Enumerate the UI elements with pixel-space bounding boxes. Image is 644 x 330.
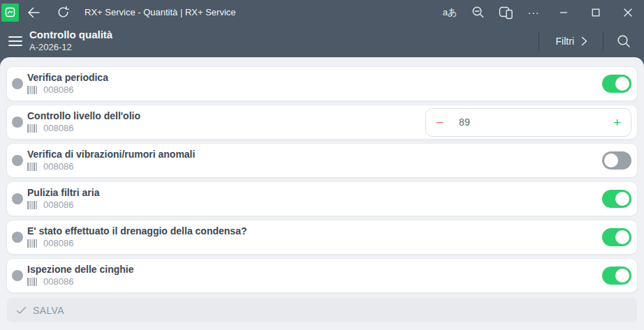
back-button[interactable] [19, 0, 48, 24]
barcode-icon [27, 239, 39, 248]
toggle-knob [615, 230, 629, 244]
search-button[interactable] [603, 24, 644, 57]
maximize-icon [592, 8, 600, 17]
save-button[interactable]: SALVA [7, 298, 637, 322]
checklist-item: Verifica di vibrazioni/rumori anomali 00… [6, 143, 638, 178]
hamburger-icon [8, 36, 22, 38]
item-label: Controllo livello dell'olio [27, 110, 425, 123]
status-bullet-icon [12, 232, 23, 243]
checklist-item: Verifica periodica 008086 [6, 66, 638, 101]
checklist-item: E' stato effettuato il drenaggio della c… [6, 220, 638, 255]
barcode-icon [27, 278, 39, 286]
translate-button[interactable]: aあ [436, 0, 464, 24]
item-code: 008086 [43, 123, 73, 134]
item-label: Verifica periodica [27, 72, 602, 84]
item-code: 008086 [43, 84, 73, 96]
item-code: 008086 [43, 276, 73, 287]
zoom-out-button[interactable] [464, 0, 492, 24]
window-title: RX+ Service - Quantità | RX+ Service [85, 7, 436, 17]
menu-button[interactable] [0, 24, 31, 57]
page-title: Controllo qualità [29, 29, 539, 42]
filters-button[interactable]: Filtri [539, 24, 603, 57]
quantity-stepper[interactable]: −89+ [425, 108, 631, 137]
page-header: Controllo qualità A-2026-12 [29, 29, 539, 53]
browser-titlebar: RX+ Service - Quantità | RX+ Service aあ … [0, 0, 644, 24]
checklist-item: Controllo livello dell'olio 008086 −89+ [6, 105, 638, 140]
chevron-right-icon [581, 36, 587, 46]
refresh-button[interactable] [48, 0, 78, 24]
content-area: Verifica periodica 008086 Controllo live… [0, 57, 644, 330]
minimize-icon [559, 8, 568, 17]
search-icon [617, 34, 631, 48]
status-bullet-icon [12, 155, 23, 166]
minimize-button[interactable] [548, 0, 580, 24]
close-icon [624, 8, 632, 17]
decrement-button[interactable]: − [436, 116, 444, 129]
toggle-switch[interactable] [602, 267, 631, 285]
zoom-out-icon [471, 6, 485, 19]
toggle-knob [615, 192, 629, 206]
toggle-switch[interactable] [602, 228, 631, 246]
barcode-icon [27, 124, 39, 133]
quantity-value[interactable]: 89 [459, 117, 470, 128]
status-bullet-icon [12, 78, 23, 89]
device-preview-button[interactable] [492, 0, 520, 24]
close-button[interactable] [612, 0, 644, 24]
translate-icon: aあ [443, 6, 458, 19]
checklist-item: Pulizia filtri aria 008086 [6, 181, 638, 216]
app-header: Controllo qualità A-2026-12 Filtri [0, 24, 644, 57]
more-options-icon: ··· [528, 7, 540, 18]
barcode-icon [27, 201, 39, 209]
toggle-knob [615, 269, 629, 283]
check-icon [16, 306, 27, 315]
maximize-button[interactable] [580, 0, 612, 24]
save-label: SALVA [33, 305, 64, 316]
item-label: E' stato effettuato il drenaggio della c… [27, 225, 602, 238]
barcode-icon [27, 163, 39, 171]
more-options-button[interactable]: ··· [520, 0, 548, 24]
app-logo-icon [1, 3, 19, 22]
item-label: Ispezione delle cinghie [27, 264, 602, 276]
toggle-knob [604, 153, 618, 167]
toggle-switch[interactable] [602, 151, 631, 170]
item-code: 008086 [43, 238, 73, 249]
toggle-switch[interactable] [602, 190, 631, 208]
checklist: Verifica periodica 008086 Controllo live… [0, 66, 644, 293]
status-bullet-icon [12, 193, 23, 204]
item-code: 008086 [43, 200, 73, 211]
toggle-knob [615, 77, 629, 91]
device-preview-icon [499, 6, 513, 20]
item-label: Pulizia filtri aria [27, 187, 602, 200]
filters-label: Filtri [556, 36, 574, 47]
checklist-item: Ispezione delle cinghie 008086 [6, 258, 638, 293]
status-bullet-icon [12, 117, 23, 128]
item-code: 008086 [43, 161, 73, 172]
toggle-switch[interactable] [602, 75, 631, 93]
increment-button[interactable]: + [613, 116, 621, 129]
item-label: Verifica di vibrazioni/rumori anomali [27, 149, 602, 161]
page-subtitle: A-2026-12 [29, 42, 539, 53]
status-bullet-icon [12, 270, 23, 281]
barcode-icon [27, 86, 39, 94]
